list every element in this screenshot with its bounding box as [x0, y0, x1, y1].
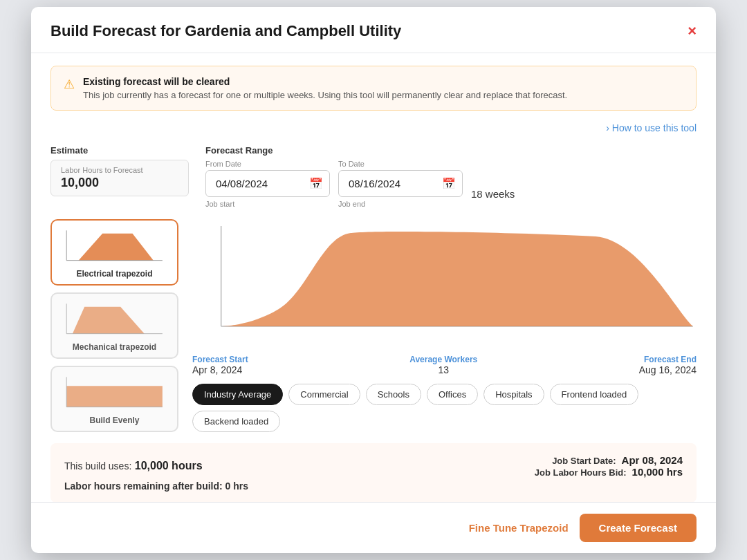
build-evenly-label: Build Evenly — [60, 416, 169, 425]
estimate-group: Estimate Labor Hours to Forecast 10,000 — [50, 145, 189, 196]
forecast-start-label: Forecast Start — [192, 355, 248, 364]
avg-workers-value: 13 — [409, 364, 477, 375]
electrical-trapezoid-icon — [60, 227, 169, 263]
forecast-range-group: Forecast Range From Date 📅 Job start To … — [205, 145, 515, 208]
curve-selector: Electrical trapezoid Mechanical trapezoi… — [50, 219, 178, 432]
to-date-group: To Date 📅 Job end — [338, 160, 463, 208]
labor-hours-value: 10,000 — [61, 176, 178, 190]
stats-row-1: This build uses: 10,000 hours Job Start … — [64, 454, 683, 478]
mechanical-trapezoid-icon — [60, 301, 169, 337]
chart-container — [192, 219, 697, 352]
remaining-value: 0 hrs — [225, 480, 248, 492]
from-date-note: Job start — [205, 200, 330, 208]
avg-workers-label: Average Workers — [409, 355, 477, 364]
form-fields: Estimate Labor Hours to Forecast 10,000 … — [50, 145, 697, 208]
avg-workers-meta: Average Workers 13 — [409, 355, 477, 375]
forecast-chart — [192, 219, 697, 337]
forecast-end-value: Aug 16, 2024 — [639, 364, 697, 375]
job-bid-value: 10,000 hrs — [632, 466, 683, 478]
pill-industry-average[interactable]: Industry Average — [192, 384, 283, 405]
main-content: Electrical trapezoid Mechanical trapezoi… — [50, 219, 697, 432]
forecast-modal: Build Forecast for Gardenia and Campbell… — [31, 7, 716, 553]
forecast-range-row: From Date 📅 Job start To Date 📅 — [205, 160, 515, 208]
curve-card-electrical-trapezoid[interactable]: Electrical trapezoid — [50, 219, 178, 286]
chart-section: Forecast Start Apr 8, 2024 Average Worke… — [192, 219, 697, 432]
to-date-wrapper: 📅 — [338, 170, 463, 197]
job-start-label: Job Start Date: — [552, 456, 616, 466]
curve-card-mechanical-trapezoid[interactable]: Mechanical trapezoid — [50, 292, 178, 359]
pill-hospitals[interactable]: Hospitals — [483, 384, 544, 405]
forecast-end-meta: Forecast End Aug 16, 2024 — [639, 355, 697, 375]
to-date-note: Job end — [338, 200, 463, 208]
warning-title: Existing forecast will be cleared — [83, 76, 567, 87]
how-to-section: › How to use this tool — [50, 122, 697, 134]
to-date-label: To Date — [338, 160, 463, 168]
forecast-end-label: Forecast End — [639, 355, 697, 364]
pill-row: Industry AverageCommercialSchoolsOffices… — [192, 384, 697, 432]
mechanical-trapezoid-label: Mechanical trapezoid — [60, 342, 169, 352]
curve-card-build-evenly[interactable]: Build Evenly — [50, 366, 178, 432]
to-date-input[interactable] — [338, 170, 463, 197]
forecast-range-label: Forecast Range — [205, 145, 515, 156]
estimate-label: Estimate — [50, 145, 189, 156]
how-to-label: How to use this tool — [612, 122, 697, 133]
job-bid-label: Job Labor Hours Bid: — [535, 467, 627, 478]
warning-content: Existing forecast will be cleared This j… — [83, 76, 567, 100]
labor-hours-label: Labor Hours to Forecast — [61, 166, 178, 174]
pill-backend-loaded[interactable]: Backend loaded — [192, 411, 280, 432]
job-start-row: Job Start Date: Apr 08, 2024 — [535, 454, 683, 466]
fine-tune-button[interactable]: Fine Tune Trapezoid — [469, 522, 569, 534]
forecast-start-value: Apr 8, 2024 — [192, 364, 248, 375]
pill-offices[interactable]: Offices — [427, 384, 478, 405]
forecast-start-meta: Forecast Start Apr 8, 2024 — [192, 355, 248, 375]
pill-commercial[interactable]: Commercial — [288, 384, 360, 405]
stats-section: This build uses: 10,000 hours Job Start … — [50, 443, 697, 502]
pill-frontend-loaded[interactable]: Frontend loaded — [550, 384, 639, 405]
stats-hours-value: 10,000 hours — [135, 460, 203, 472]
from-date-group: From Date 📅 Job start — [205, 160, 330, 208]
weeks-label: 18 weeks — [471, 188, 515, 200]
stats-left: This build uses: 10,000 hours — [64, 460, 203, 472]
svg-marker-0 — [66, 234, 163, 261]
warning-banner: ⚠ Existing forecast will be cleared This… — [50, 66, 697, 111]
remaining-prefix: Labor hours remaining after build: — [64, 480, 223, 492]
pill-schools[interactable]: Schools — [366, 384, 421, 405]
electrical-trapezoid-label: Electrical trapezoid — [60, 269, 169, 279]
from-date-wrapper: 📅 — [205, 170, 330, 197]
job-bid-row: Job Labor Hours Bid: 10,000 hrs — [535, 466, 683, 478]
warning-text: This job currently has a forecast for on… — [83, 90, 567, 100]
svg-marker-3 — [66, 307, 163, 334]
modal-header: Build Forecast for Gardenia and Campbell… — [31, 7, 716, 53]
svg-marker-6 — [66, 386, 163, 407]
modal-title: Build Forecast for Gardenia and Campbell… — [50, 22, 401, 40]
how-to-link[interactable]: › How to use this tool — [606, 122, 697, 133]
stats-remaining: Labor hours remaining after build: 0 hrs — [64, 480, 683, 492]
modal-footer: Fine Tune Trapezoid Create Forecast — [31, 502, 716, 553]
stats-uses-prefix: This build uses: — [64, 460, 131, 472]
stats-right: Job Start Date: Apr 08, 2024 Job Labor H… — [535, 454, 683, 478]
close-button[interactable]: × — [688, 24, 697, 39]
warning-icon: ⚠ — [64, 77, 75, 92]
from-date-input[interactable] — [205, 170, 330, 197]
modal-body: ⚠ Existing forecast will be cleared This… — [31, 53, 716, 502]
from-date-label: From Date — [205, 160, 330, 168]
chevron-down-icon: › — [606, 122, 609, 133]
chart-meta: Forecast Start Apr 8, 2024 Average Worke… — [192, 355, 697, 375]
job-start-value: Apr 08, 2024 — [622, 454, 683, 466]
build-evenly-icon — [60, 374, 169, 410]
create-forecast-button[interactable]: Create Forecast — [580, 514, 697, 542]
